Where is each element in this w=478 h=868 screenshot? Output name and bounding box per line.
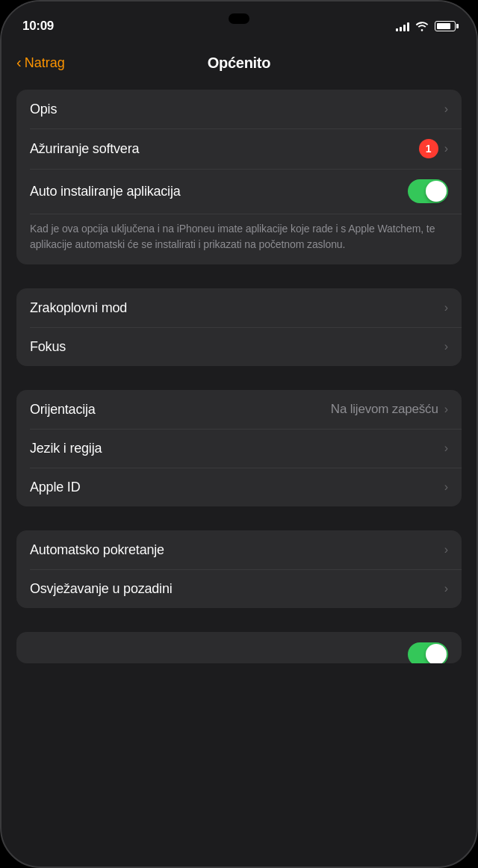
- opis-label: Opis: [30, 102, 57, 117]
- signal-bar-1: [396, 28, 398, 31]
- zrakoplovni-item[interactable]: Zrakoplovni mod ›: [16, 288, 462, 327]
- update-badge: 1: [419, 139, 438, 158]
- spacer-4: [16, 614, 462, 632]
- partial-item[interactable]: [16, 632, 462, 663]
- settings-group-1: Opis › Ažuriranje softvera 1 › Auto inst…: [16, 90, 462, 264]
- osvjezavanje-chevron-icon: ›: [444, 582, 448, 595]
- signal-bar-2: [400, 27, 402, 31]
- spacer-1: [16, 270, 462, 288]
- toggle-knob: [426, 181, 447, 202]
- apple-id-item[interactable]: Apple ID ›: [16, 468, 462, 506]
- content-area: Opis › Ažuriranje softvera 1 › Auto inst…: [1, 84, 477, 868]
- back-button[interactable]: ‹ Natrag: [16, 55, 65, 71]
- battery-fill: [437, 23, 450, 29]
- jezik-chevron-icon: ›: [444, 441, 448, 455]
- dynamic-island: [229, 13, 249, 24]
- azuriranje-item[interactable]: Ažuriranje softvera 1 ›: [16, 128, 462, 169]
- fokus-chevron-icon: ›: [444, 340, 448, 353]
- spacer-2: [16, 372, 462, 390]
- partial-toggle-knob: [426, 644, 447, 663]
- zrakoplovni-chevron-icon: ›: [444, 301, 448, 314]
- signal-bar-4: [407, 22, 409, 31]
- azuriranje-chevron-icon: ›: [444, 142, 448, 155]
- jezik-label: Jezik i regija: [30, 441, 102, 456]
- back-chevron-icon: ‹: [16, 54, 22, 71]
- phone-frame: 10:09 ‹ Natrag Općenito: [0, 0, 478, 868]
- settings-group-5: [16, 632, 462, 663]
- nav-bar: ‹ Natrag Općenito: [1, 42, 477, 84]
- jezik-item[interactable]: Jezik i regija ›: [16, 429, 462, 468]
- opis-chevron-icon: ›: [444, 102, 448, 116]
- auto-install-label: Auto instaliranje aplikacija: [30, 184, 181, 199]
- orijentacija-value: Na lijevom zapešću: [331, 402, 438, 417]
- automatsko-label: Automatsko pokretanje: [30, 542, 164, 558]
- settings-group-3: Orijentacija Na lijevom zapešću › Jezik …: [16, 390, 462, 506]
- settings-group-2: Zrakoplovni mod › Fokus ›: [16, 288, 462, 366]
- osvjezavanje-right: ›: [444, 582, 448, 595]
- signal-bars-icon: [396, 21, 409, 31]
- partial-right: [408, 642, 448, 663]
- fokus-right: ›: [444, 340, 448, 353]
- signal-bar-3: [403, 25, 406, 31]
- fokus-item[interactable]: Fokus ›: [16, 327, 462, 366]
- page-title: Općenito: [208, 55, 270, 72]
- zrakoplovni-right: ›: [444, 301, 448, 314]
- apple-id-right: ›: [444, 480, 448, 494]
- status-time: 10:09: [22, 19, 54, 34]
- status-icons: [396, 21, 456, 31]
- orijentacija-label: Orijentacija: [30, 402, 96, 418]
- fokus-label: Fokus: [30, 339, 66, 355]
- opis-item[interactable]: Opis ›: [16, 90, 462, 128]
- wifi-icon: [415, 21, 429, 31]
- orijentacija-right: Na lijevom zapešću ›: [331, 402, 448, 417]
- jezik-right: ›: [444, 441, 448, 455]
- orijentacija-chevron-icon: ›: [444, 403, 448, 416]
- auto-install-item[interactable]: Auto instaliranje aplikacija: [16, 169, 462, 214]
- back-label: Natrag: [25, 55, 65, 71]
- opis-right: ›: [444, 102, 448, 116]
- battery-icon: [435, 21, 456, 31]
- zrakoplovni-label: Zrakoplovni mod: [30, 300, 127, 316]
- apple-id-chevron-icon: ›: [444, 480, 448, 494]
- partial-toggle[interactable]: [408, 642, 448, 663]
- auto-install-toggle[interactable]: [408, 179, 448, 203]
- azuriranje-label: Ažuriranje softvera: [30, 141, 139, 157]
- apple-id-label: Apple ID: [30, 480, 80, 495]
- auto-install-description: Kad je ova opcija uključena i na iPhoneu…: [16, 214, 462, 264]
- status-bar: 10:09: [1, 1, 477, 42]
- spacer-3: [16, 512, 462, 530]
- azuriranje-right: 1 ›: [419, 139, 448, 158]
- osvjezavanje-label: Osvježavanje u pozadini: [30, 581, 173, 597]
- automatsko-right: ›: [444, 543, 448, 557]
- automatsko-item[interactable]: Automatsko pokretanje ›: [16, 530, 462, 569]
- orijentacija-item[interactable]: Orijentacija Na lijevom zapešću ›: [16, 390, 462, 429]
- osvjezavanje-item[interactable]: Osvježavanje u pozadini ›: [16, 569, 462, 608]
- automatsko-chevron-icon: ›: [444, 543, 448, 557]
- auto-install-right: [408, 179, 448, 203]
- settings-group-4: Automatsko pokretanje › Osvježavanje u p…: [16, 530, 462, 608]
